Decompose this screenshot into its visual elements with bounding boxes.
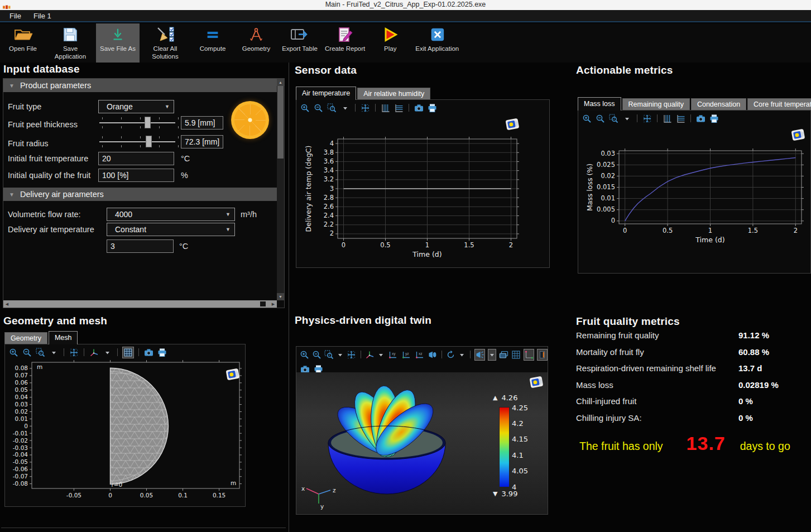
delivery-temp-value-input[interactable] xyxy=(107,239,174,253)
print-icon[interactable] xyxy=(427,103,438,113)
zoom-box-icon[interactable] xyxy=(35,347,46,358)
triad-icon[interactable] xyxy=(365,349,375,360)
geometry-mesh-tabs: GeometryMesh xyxy=(4,331,78,344)
twin-3d-viewport[interactable]: xzy ▲4.26 ▼3.99 4.254.24.154.14.054 xyxy=(296,372,548,514)
horizontal-scrollbar[interactable]: ◀ ▶ xyxy=(3,300,277,308)
grid-p-icon[interactable] xyxy=(511,349,521,360)
caret-icon[interactable] xyxy=(377,349,385,360)
svg-text:2: 2 xyxy=(330,229,334,237)
zoom-out-icon[interactable] xyxy=(313,103,324,113)
product-parameters-header[interactable]: ▼ Product parameters xyxy=(3,79,277,92)
svg-text:3.6: 3.6 xyxy=(324,157,334,165)
camera-icon[interactable] xyxy=(414,103,424,113)
zoom-in-icon[interactable] xyxy=(582,113,592,124)
chevron-down-icon: ▼ xyxy=(225,212,231,217)
scroll-right-icon[interactable]: ▶ xyxy=(270,300,277,308)
mesh-grid-icon[interactable] xyxy=(122,347,134,358)
zoom-box-icon[interactable] xyxy=(608,113,619,124)
tab-air-temperature[interactable]: Air temperature xyxy=(296,87,356,100)
fruit-type-select[interactable]: Orange ▼ xyxy=(98,100,174,113)
rotate-icon[interactable] xyxy=(446,349,455,360)
cbar-icon[interactable] xyxy=(537,349,548,361)
caret-icon[interactable] xyxy=(337,349,344,360)
zoom-box-icon[interactable] xyxy=(324,349,334,360)
geometry-button[interactable]: Geometry xyxy=(234,23,278,63)
fit-icon[interactable] xyxy=(360,103,371,113)
svg-text:0.1: 0.1 xyxy=(178,492,188,499)
grid-x-icon[interactable] xyxy=(675,113,686,124)
caret-icon[interactable] xyxy=(102,347,113,358)
slider-handle[interactable] xyxy=(145,117,151,128)
tab-geometry[interactable]: Geometry xyxy=(4,332,47,344)
zoom-box-icon[interactable] xyxy=(327,103,337,113)
delivery-air-parameters-header[interactable]: ▼ Delivery air parameters xyxy=(3,188,277,201)
save-file-as-button[interactable]: Save File As xyxy=(96,23,140,63)
zoom-out-icon[interactable] xyxy=(312,349,321,360)
grid-x-icon[interactable] xyxy=(393,103,404,113)
zoom-in-icon[interactable] xyxy=(300,349,309,360)
play-button[interactable]: Play xyxy=(368,23,412,63)
zoom-in-icon[interactable] xyxy=(8,347,19,358)
caret-icon[interactable] xyxy=(458,349,466,360)
zoom-out-icon[interactable] xyxy=(595,113,606,124)
open-file-button[interactable]: Open File xyxy=(1,23,45,63)
flow-rate-select[interactable]: 4000 ▼ xyxy=(107,208,235,221)
fruit-radius-slider[interactable] xyxy=(98,135,176,148)
scene-icon[interactable] xyxy=(499,349,508,360)
zoom-in-icon[interactable] xyxy=(300,103,310,113)
svg-text:-0.07: -0.07 xyxy=(13,473,28,480)
view-xy-icon[interactable]: xy xyxy=(387,349,398,360)
tab-core-fruit-temperature[interactable]: Core fruit temperature xyxy=(747,98,811,111)
camera-icon[interactable] xyxy=(143,347,154,358)
sensor-plot[interactable]: 00.511.5222.22.42.62.833.23.43.63.84Time… xyxy=(296,114,549,270)
zoom-out-icon[interactable] xyxy=(22,347,32,358)
initial-temp-input[interactable] xyxy=(98,152,174,165)
grid-y-icon[interactable] xyxy=(380,103,391,113)
mesh-plot[interactable]: -0.0500.050.10.150.080.070.060.050.040.0… xyxy=(5,359,245,507)
menu-file-1[interactable]: File 1 xyxy=(28,11,56,21)
fit-icon[interactable] xyxy=(69,347,79,358)
delivery-temp-select[interactable]: Constant ▼ xyxy=(107,223,235,236)
vertical-scrollbar[interactable]: ▲ ▼ xyxy=(277,79,284,300)
menu-file[interactable]: File xyxy=(4,11,26,21)
scroll-down-icon[interactable]: ▼ xyxy=(277,293,284,300)
tab-condensation[interactable]: Condensation xyxy=(691,98,746,111)
scrollbar-thumb[interactable] xyxy=(277,86,284,159)
export-table-button[interactable]: Export Table xyxy=(278,23,321,63)
scroll-up-icon[interactable]: ▲ xyxy=(277,79,284,86)
fruit-radius-value[interactable] xyxy=(181,135,223,148)
tab-mesh[interactable]: Mesh xyxy=(49,331,78,344)
exit-application-button[interactable]: Exit Application xyxy=(412,23,462,63)
grid-y-icon[interactable] xyxy=(662,113,673,124)
axes-icon[interactable] xyxy=(524,349,534,361)
camera-icon[interactable] xyxy=(695,113,706,124)
view-yz-icon[interactable]: yz xyxy=(401,349,411,360)
tab-mass-loss[interactable]: Mass loss xyxy=(578,97,621,111)
persp-icon[interactable] xyxy=(428,349,437,360)
clear-all-solutions-button[interactable]: Clear All Solutions xyxy=(140,23,191,63)
compute-button[interactable]: Compute xyxy=(191,23,234,63)
scroll-left-icon[interactable]: ◀ xyxy=(3,300,11,308)
caret-icon[interactable] xyxy=(488,349,496,361)
triad-icon[interactable] xyxy=(89,347,99,358)
print-icon[interactable] xyxy=(709,113,719,124)
peel-thickness-value[interactable] xyxy=(181,116,223,130)
save-application-button[interactable]: Save Application xyxy=(45,23,96,63)
caret-icon[interactable] xyxy=(49,347,59,358)
view-xz-icon[interactable]: xz xyxy=(414,349,425,360)
fit-icon[interactable] xyxy=(642,113,652,124)
tab-air-relative-humidity[interactable]: Air relative humidity xyxy=(357,88,430,100)
mass-loss-plot[interactable]: 00.511.5200.0050.010.0150.020.0250.03Tim… xyxy=(578,125,810,275)
svg-text:0.07: 0.07 xyxy=(15,372,28,378)
fit-icon[interactable] xyxy=(347,349,356,360)
tab-remaining-quality[interactable]: Remaining quality xyxy=(622,98,690,111)
scrollbar-thumb[interactable] xyxy=(260,301,266,306)
create-report-button[interactable]: Create Report xyxy=(321,23,368,63)
peel-thickness-slider[interactable] xyxy=(98,116,176,130)
light-icon[interactable] xyxy=(474,349,485,361)
slider-handle[interactable] xyxy=(146,136,152,147)
caret-icon[interactable] xyxy=(622,113,632,124)
initial-quality-input[interactable] xyxy=(98,169,174,182)
print-icon[interactable] xyxy=(157,347,167,358)
caret-icon[interactable] xyxy=(340,103,351,113)
